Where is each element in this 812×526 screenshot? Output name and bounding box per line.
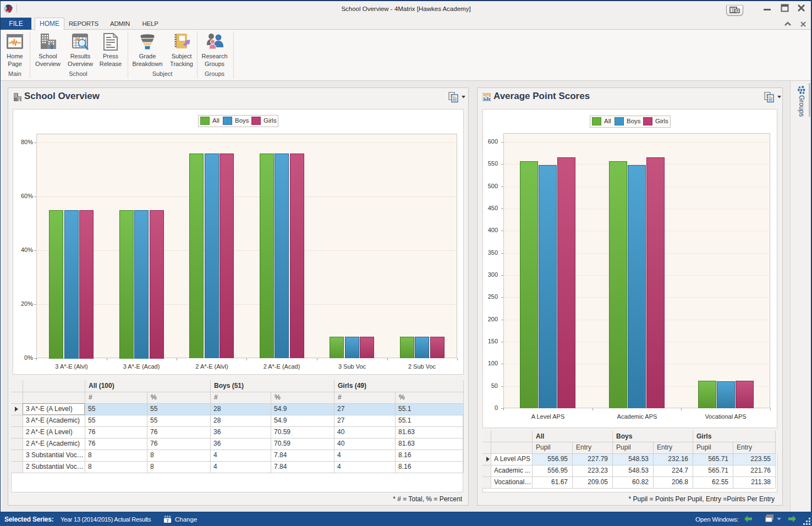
svg-text:4: 4 xyxy=(6,4,11,14)
svg-text:7: 7 xyxy=(166,518,168,523)
